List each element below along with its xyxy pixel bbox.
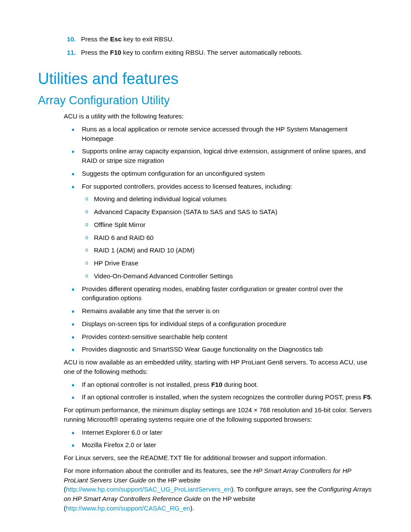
- access-method-item: If an optional controller is installed, …: [64, 392, 373, 402]
- subfeature-item: HP Drive Erase: [82, 258, 373, 268]
- feature-item: Supports online array capacity expansion…: [64, 146, 373, 165]
- feature-item: Provides context-sensitive searchable he…: [64, 332, 373, 342]
- document-page: 10. Press the Esc key to exit RBSU. 11. …: [0, 0, 411, 532]
- browsers-list: Internet Explorer 6.0 or later Mozilla F…: [64, 428, 373, 450]
- sac-guide-link[interactable]: http://www.hp.com/support/SAC_UG_ProLian…: [66, 485, 231, 493]
- subfeature-item: RAID 1 (ADM) and RAID 10 (ADM): [82, 246, 373, 255]
- feature-item: Suggests the optimum configuration for a…: [64, 169, 373, 178]
- embedded-para: ACU is now available as an embedded util…: [64, 358, 373, 376]
- feature-item: Displays on-screen tips for individual s…: [64, 319, 373, 329]
- subfeature-item: Offline Split Mirror: [82, 220, 373, 230]
- display-para: For optimum performance, the minimum dis…: [64, 405, 373, 424]
- feature-item: Provides different operating modes, enab…: [64, 284, 373, 303]
- feature-item: Provides diagnostic and SmartSSD Wear Ga…: [64, 345, 373, 354]
- step-text: Press the F10 key to confirm exiting RBS…: [81, 48, 302, 57]
- step-11: 11. Press the F10 key to confirm exiting…: [38, 48, 373, 57]
- browser-item: Internet Explorer 6.0 or later: [64, 428, 373, 437]
- casac-guide-link[interactable]: http://www.hp.com/support/CASAC_RG_en: [66, 504, 190, 512]
- subfeature-item: RAID 6 and RAID 60: [82, 233, 373, 243]
- moreinfo-para: For more information about the controlle…: [64, 466, 373, 513]
- heading-utilities: Utilities and features: [38, 70, 373, 88]
- access-method-item: If an optional controller is not install…: [64, 380, 373, 389]
- heading-acu: Array Configuration Utility: [38, 94, 373, 107]
- browser-item: Mozilla Firefox 2.0 or later: [64, 440, 373, 450]
- subfeature-list: Moving and deleting individual logical v…: [82, 194, 373, 280]
- access-methods-list: If an optional controller is not install…: [64, 380, 373, 402]
- linux-para: For Linux servers, see the README.TXT fi…: [64, 453, 373, 463]
- step-number: 11.: [63, 48, 76, 57]
- subfeature-item: Video-On-Demand Advanced Controller Sett…: [82, 271, 373, 281]
- subfeature-item: Moving and deleting individual logical v…: [82, 194, 373, 204]
- step-10: 10. Press the Esc key to exit RBSU.: [38, 34, 373, 44]
- subfeature-item: Advanced Capacity Expansion (SATA to SAS…: [82, 207, 373, 217]
- step-number: 10.: [63, 34, 76, 44]
- step-text: Press the Esc key to exit RBSU.: [81, 34, 174, 44]
- feature-item: Runs as a local application or remote se…: [64, 124, 373, 143]
- feature-list: Runs as a local application or remote se…: [64, 124, 373, 354]
- feature-item: For supported controllers, provides acce…: [64, 182, 373, 281]
- body-content: ACU is a utility with the following feat…: [64, 112, 373, 513]
- feature-item: Remains available any time that the serv…: [64, 306, 373, 316]
- numbered-steps: 10. Press the Esc key to exit RBSU. 11. …: [38, 34, 373, 57]
- acu-intro: ACU is a utility with the following feat…: [64, 112, 373, 121]
